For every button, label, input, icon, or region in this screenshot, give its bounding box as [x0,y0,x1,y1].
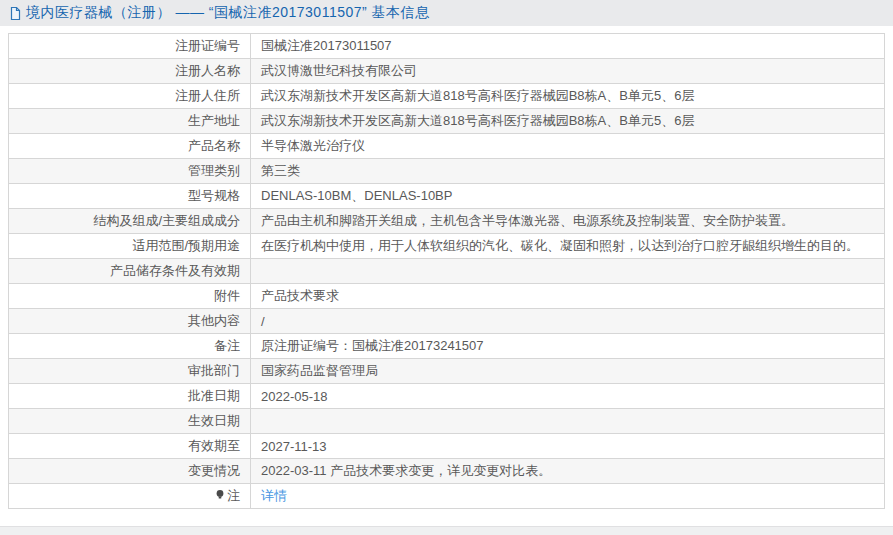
row-label: 注册证编号 [9,34,251,59]
page-header: 境内医疗器械（注册） —— “国械注准20173011507” 基本信息 [0,0,893,26]
row-value: 武汉东湖新技术开发区高新大道818号高科医疗器械园B8栋A、B单元5、6层 [251,84,885,109]
table-row: 其他内容/ [9,309,885,334]
table-row: 注册人名称武汉博激世纪科技有限公司 [9,59,885,84]
row-label: 附件 [9,284,251,309]
row-label: 备注 [9,334,251,359]
table-row: 附件产品技术要求 [9,284,885,309]
row-value: 2022-05-18 [251,384,885,409]
row-value: 半导体激光治疗仪 [251,134,885,159]
table-row: 变更情况2022-03-11 产品技术要求变更，详见变更对比表。 [9,459,885,484]
row-value: / [251,309,885,334]
row-label: 型号规格 [9,184,251,209]
row-label: 管理类别 [9,159,251,184]
row-value: 产品技术要求 [251,284,885,309]
registration-info-page: 境内医疗器械（注册） —— “国械注准20173011507” 基本信息 注册证… [0,0,893,535]
table-row: 结构及组成/主要组成成分产品由主机和脚踏开关组成，主机包含半导体激光器、电源系统… [9,209,885,234]
info-table: 注册证编号国械注准20173011507注册人名称武汉博激世纪科技有限公司注册人… [8,33,885,509]
row-label: 注册人名称 [9,59,251,84]
row-value: 国家药品监督管理局 [251,359,885,384]
table-row: 生效日期 [9,409,885,434]
row-label: 产品名称 [9,134,251,159]
row-label: 生效日期 [9,409,251,434]
row-label: 生产地址 [9,109,251,134]
footer-band [0,526,893,535]
row-value: 在医疗机构中使用，用于人体软组织的汽化、碳化、凝固和照射，以达到治疗口腔牙龈组织… [251,234,885,259]
details-link[interactable]: 详情 [261,488,287,503]
row-value: 武汉博激世纪科技有限公司 [251,59,885,84]
table-row: 有效期至2027-11-13 [9,434,885,459]
bulb-icon [215,489,225,501]
row-label: 产品储存条件及有效期 [9,259,251,284]
row-label: 注册人住所 [9,84,251,109]
row-label: 批准日期 [9,384,251,409]
table-row: 适用范围/预期用途在医疗机构中使用，用于人体软组织的汽化、碳化、凝固和照射，以达… [9,234,885,259]
row-label: 适用范围/预期用途 [9,234,251,259]
row-label: 结构及组成/主要组成成分 [9,209,251,234]
info-table-body: 注册证编号国械注准20173011507注册人名称武汉博激世纪科技有限公司注册人… [9,34,885,509]
table-row: 生产地址武汉东湖新技术开发区高新大道818号高科医疗器械园B8栋A、B单元5、6… [9,109,885,134]
row-value: 详情 [251,484,885,509]
row-label: 有效期至 [9,434,251,459]
table-row: 批准日期2022-05-18 [9,384,885,409]
row-label: 注 [9,484,251,509]
row-label: 其他内容 [9,309,251,334]
info-table-container: 注册证编号国械注准20173011507注册人名称武汉博激世纪科技有限公司注册人… [8,33,893,509]
page-title: 境内医疗器械（注册） —— “国械注准20173011507” 基本信息 [26,4,430,22]
row-value: 第三类 [251,159,885,184]
table-row: 产品名称半导体激光治疗仪 [9,134,885,159]
row-value: 国械注准20173011507 [251,34,885,59]
row-value: 武汉东湖新技术开发区高新大道818号高科医疗器械园B8栋A、B单元5、6层 [251,109,885,134]
row-value: 2027-11-13 [251,434,885,459]
row-value [251,409,885,434]
table-row: 产品储存条件及有效期 [9,259,885,284]
row-value: 原注册证编号：国械注准20173241507 [251,334,885,359]
table-row: 注详情 [9,484,885,509]
table-row: 管理类别第三类 [9,159,885,184]
table-row: 审批部门国家药品监督管理局 [9,359,885,384]
row-value: 产品由主机和脚踏开关组成，主机包含半导体激光器、电源系统及控制装置、安全防护装置… [251,209,885,234]
row-value: DENLAS-10BM、DENLAS-10BP [251,184,885,209]
row-value [251,259,885,284]
row-label: 变更情况 [9,459,251,484]
table-row: 注册人住所武汉东湖新技术开发区高新大道818号高科医疗器械园B8栋A、B单元5、… [9,84,885,109]
table-row: 型号规格DENLAS-10BM、DENLAS-10BP [9,184,885,209]
table-row: 备注原注册证编号：国械注准20173241507 [9,334,885,359]
row-value: 2022-03-11 产品技术要求变更，详见变更对比表。 [251,459,885,484]
table-row: 注册证编号国械注准20173011507 [9,34,885,59]
row-label: 审批部门 [9,359,251,384]
document-icon [8,6,22,21]
